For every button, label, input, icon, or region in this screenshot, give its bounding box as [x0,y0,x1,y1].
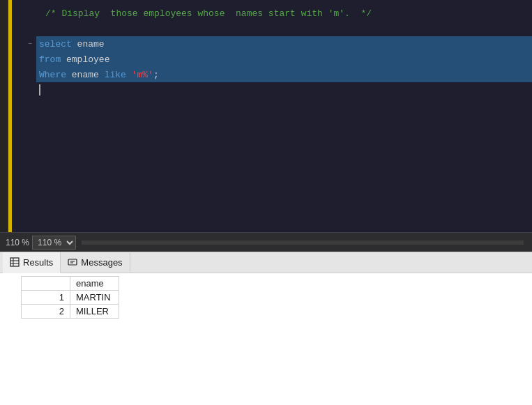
row-num-2: 2 [22,305,70,319]
cursor-line-row [12,82,532,98]
tab-messages-label: Messages [81,257,122,268]
tab-results[interactable]: Results [3,252,61,273]
where-line-row: Where ename like 'm%'; [12,67,532,82]
semicolon: ; [153,70,159,80]
results-table: ename 1 MARTIN 2 MILLER [21,276,119,319]
select-line[interactable]: select ename [36,36,532,52]
zoom-level: 110 % [6,238,29,247]
table-employee: employee [61,54,109,65]
blank-line-1 [12,21,532,36]
editor-area: /* Display those employees whose names s… [0,0,532,232]
comment-line: /* Display those employees whose names s… [12,6,532,21]
like-value: 'm%' [132,70,153,80]
gutter-where [12,67,36,82]
row-num-1: 1 [22,291,70,305]
tab-results-label: Results [23,257,53,268]
from-line[interactable]: from employee [36,52,532,67]
results-table-area: ename 1 MARTIN 2 MILLER [0,273,532,405]
zoom-dropdown[interactable]: 110 % 100 % 75 % 125 % [32,236,76,250]
collapse-icon[interactable]: − [28,40,32,48]
status-bar: 110 % 110 % 100 % 75 % 125 % [0,232,532,252]
col-ename-where: ename [66,70,105,80]
left-sidebar [0,0,8,232]
text-cursor [39,84,40,95]
cursor-line[interactable] [36,82,532,98]
message-icon [68,258,77,268]
row-num-header [22,277,70,291]
table-row: 1 MARTIN [22,291,119,305]
gutter-cursor [12,82,36,98]
kw-select: select [39,39,72,49]
comment-text: /* Display those employees whose names s… [45,8,372,19]
row-2-ename: MILLER [70,305,119,319]
kw-from: from [39,54,61,65]
gutter-from [12,52,36,67]
table-icon [10,257,20,267]
select-line-row: − select ename [12,36,532,52]
results-tabs-bar: Results Messages [0,252,532,273]
from-line-row: from employee [12,52,532,67]
kw-where: Where [39,70,66,80]
horizontal-scrollbar[interactable] [82,240,524,245]
col-ename: ename [72,39,105,49]
gutter-select: − [12,36,36,52]
results-panel: Results Messages ename [0,252,532,405]
where-line[interactable]: Where ename like 'm%'; [36,67,532,82]
col-header-ename: ename [70,277,119,291]
svg-rect-4 [68,259,77,265]
kw-like: like [105,70,126,80]
tab-messages[interactable]: Messages [61,252,130,273]
table-row: 2 MILLER [22,305,119,319]
svg-rect-0 [10,258,19,266]
space-before-val [126,70,132,80]
row-1-ename: MARTIN [70,291,119,305]
